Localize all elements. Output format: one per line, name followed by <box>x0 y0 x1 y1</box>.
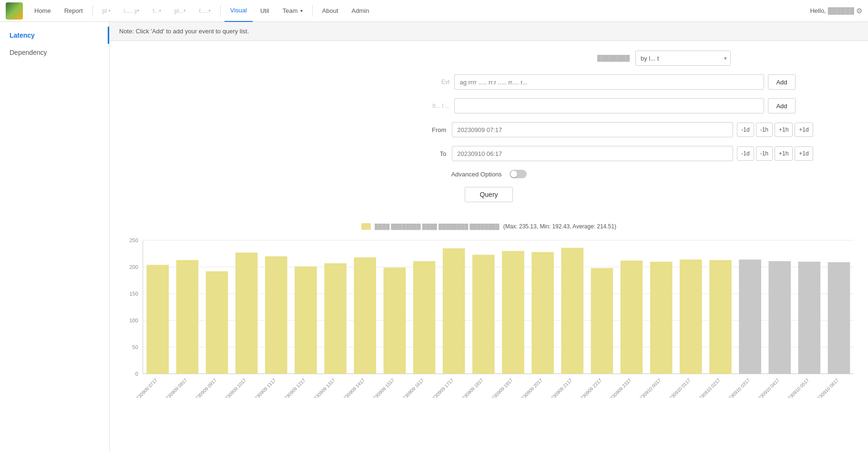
from-plus-1d-button[interactable]: +1d <box>795 123 813 137</box>
bar-22 <box>798 262 821 374</box>
main-content: Note: Click 'Add' to add your event to q… <box>110 22 868 452</box>
bar-10 <box>443 248 465 374</box>
to-minus-1h-button[interactable]: -1h <box>756 146 773 161</box>
form-row-event: Evt Add <box>129 74 849 90</box>
to-plus-1h-button[interactable]: +1h <box>775 146 793 161</box>
nav-username: ██████ <box>828 7 854 14</box>
from-input[interactable] <box>452 122 733 137</box>
svg-text:200: 200 <box>130 264 138 270</box>
filter-add-button[interactable]: Add <box>768 98 795 113</box>
event-input[interactable] <box>454 74 764 90</box>
svg-text:100: 100 <box>130 318 138 323</box>
bar-6 <box>324 263 347 374</box>
service-select-wrapper: by l... t ▾ <box>635 51 731 66</box>
nav-hello: Hello, <box>810 7 826 14</box>
bar-14 <box>561 248 583 374</box>
x-label-9: 20230909 1617 <box>398 377 425 398</box>
nav-util[interactable]: Util <box>255 0 275 22</box>
legend-stats: (Max: 235.13, Min: 192.43, Average: 214.… <box>503 223 616 230</box>
form-row-service: ████████ by l... t ▾ <box>129 51 849 66</box>
chart-svg: 250 200 150 100 50 0 20230909 0717202309… <box>119 236 858 398</box>
bar-12 <box>502 251 524 374</box>
x-label-16: 20230909 2317 <box>605 377 633 398</box>
navbar: Home Report pl • i......y• t...• pl...• … <box>0 0 868 22</box>
nav-right: Hello, ██████ ⚙ <box>810 7 862 15</box>
event-label: Evt <box>426 79 449 85</box>
form-row-from: From -1d -1h +1h +1d <box>129 122 849 137</box>
from-minus-1d-button[interactable]: -1d <box>737 123 754 137</box>
x-label-6: 20230909 1317 <box>309 377 336 398</box>
service-select[interactable]: by l... t <box>635 51 731 66</box>
nav-visual[interactable]: Visual <box>225 0 253 22</box>
x-label-4: 20230909 1117 <box>250 377 277 398</box>
x-label-14: 20230909 2117 <box>546 377 573 398</box>
to-plus-1d-button[interactable]: +1d <box>795 146 813 161</box>
from-plus-1h-button[interactable]: +1h <box>775 123 793 137</box>
x-label-12: 20230909 1917 <box>487 377 514 398</box>
svg-text:150: 150 <box>130 291 138 297</box>
nav-sep-2 <box>220 5 221 17</box>
nav-item-4[interactable]: i......y• <box>118 0 145 22</box>
query-row: Query <box>129 187 849 202</box>
x-label-21: 20230910 0417 <box>753 377 780 398</box>
to-time-buttons: -1d -1h +1h +1d <box>737 146 813 161</box>
main-layout: Latency Dependency Note: Click 'Add' to … <box>0 22 868 452</box>
x-label-7: 20230909 1417 <box>339 377 366 398</box>
x-label-5: 20230909 1217 <box>279 377 306 398</box>
form-area: ████████ by l... t ▾ Evt Add <box>110 41 868 223</box>
x-label-15: 20230909 2217 <box>576 377 603 398</box>
chevron-down-icon: ▾ <box>300 8 303 13</box>
x-label-3: 20230909 1017 <box>220 377 247 398</box>
nav-report[interactable]: Report <box>59 0 89 22</box>
nav-sep-3 <box>312 5 313 17</box>
nav-about[interactable]: About <box>317 0 344 22</box>
sidebar: Latency Dependency <box>0 22 110 452</box>
form-row-to: To -1d -1h +1h +1d <box>129 146 849 161</box>
nav-admin[interactable]: Admin <box>346 0 375 22</box>
from-minus-1h-button[interactable]: -1h <box>756 123 773 137</box>
bar-21 <box>768 261 791 374</box>
legend-series-label: ████ ████████ ████ ████████ ████████ <box>375 224 500 229</box>
bar-0 <box>146 265 169 374</box>
x-label-1: 20230909 0817 <box>161 377 188 398</box>
event-add-button[interactable]: Add <box>768 74 795 90</box>
sidebar-item-latency[interactable]: Latency <box>0 27 109 44</box>
nav-item-3[interactable]: pl • <box>97 0 116 22</box>
bar-5 <box>295 267 317 374</box>
sidebar-item-dependency[interactable]: Dependency <box>0 44 109 61</box>
x-label-2: 20230909 0917 <box>191 377 218 398</box>
svg-text:0: 0 <box>135 371 138 377</box>
advanced-options-row: Advanced Options <box>129 170 849 178</box>
x-label-11: 20230909 1817 <box>457 377 484 398</box>
advanced-options-toggle[interactable] <box>510 170 527 178</box>
x-label-20: 20230910 0317 <box>724 377 751 398</box>
bar-9 <box>413 261 436 374</box>
svg-text:50: 50 <box>133 344 138 350</box>
bar-23 <box>828 262 850 374</box>
to-input[interactable] <box>452 146 733 161</box>
bar-16 <box>621 261 643 374</box>
bar-19 <box>709 260 732 374</box>
note-text: Note: Click 'Add' to add your event to q… <box>119 28 249 35</box>
bar-1 <box>176 260 199 374</box>
x-label-17: 20230910 0017 <box>635 377 662 398</box>
to-minus-1d-button[interactable]: -1d <box>737 146 754 161</box>
settings-icon[interactable]: ⚙ <box>856 7 862 15</box>
nav-team[interactable]: Team ▾ <box>277 0 308 22</box>
bar-15 <box>591 268 613 374</box>
bar-8 <box>384 267 406 374</box>
nav-home[interactable]: Home <box>29 0 57 22</box>
x-label-8: 20230909 1517 <box>368 377 396 398</box>
bar-17 <box>650 262 673 374</box>
bar-7 <box>354 257 376 374</box>
nav-item-5[interactable]: t...• <box>147 0 167 22</box>
nav-item-6[interactable]: pl...• <box>169 0 192 22</box>
bar-3 <box>235 253 258 374</box>
query-button[interactable]: Query <box>465 187 512 202</box>
bar-18 <box>680 259 702 374</box>
bar-11 <box>472 255 495 374</box>
chart-wrap: 250 200 150 100 50 0 20230909 0717202309… <box>119 236 858 398</box>
filter-input[interactable] <box>454 98 764 113</box>
x-label-22: 20230910 0517 <box>783 377 810 398</box>
nav-item-7[interactable]: t.....• <box>194 0 216 22</box>
